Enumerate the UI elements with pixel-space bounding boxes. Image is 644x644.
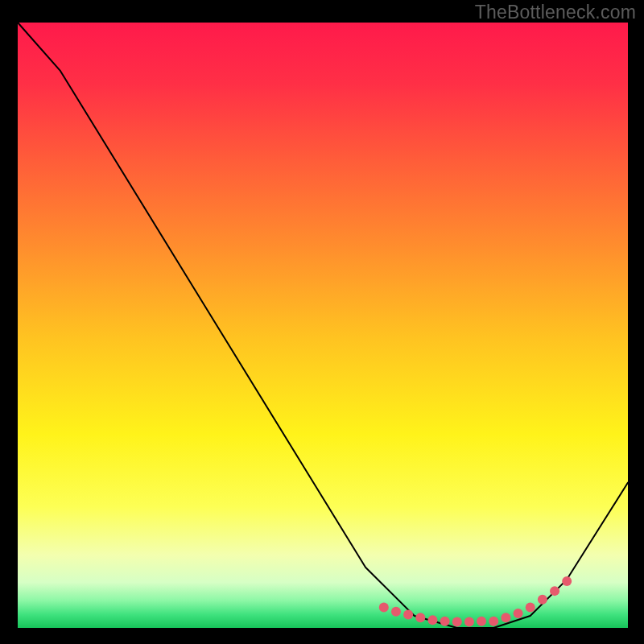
watermark-text: TheBottleneck.com [475,2,636,23]
data-marker [427,615,437,625]
chart-stage: TheBottleneck.com [0,0,644,644]
bottleneck-chart-svg [0,0,644,644]
data-marker [514,609,523,618]
data-marker [526,602,535,612]
data-marker [501,613,510,622]
data-marker [452,617,462,626]
data-marker [489,617,498,626]
data-marker [440,617,450,626]
data-marker [562,576,572,586]
data-marker [379,602,389,612]
data-marker [550,586,559,596]
data-marker [403,609,413,619]
data-marker [464,617,474,626]
data-marker [538,595,547,605]
data-marker [391,607,401,617]
gradient-background [18,23,628,628]
data-marker [415,613,425,622]
data-marker [477,617,486,626]
